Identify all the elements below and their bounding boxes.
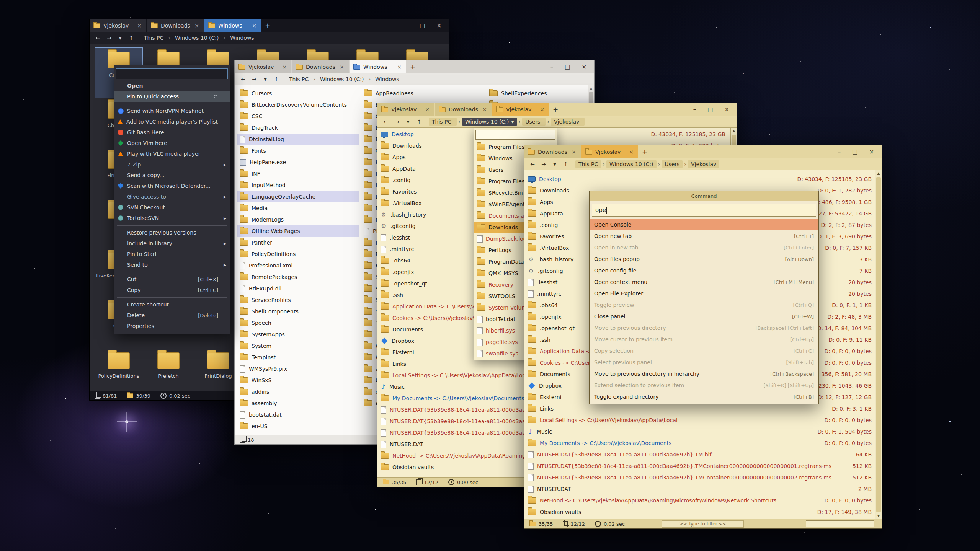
scroll-up-icon[interactable] (588, 85, 594, 91)
breadcrumb-item[interactable]: Vjekoslav (688, 160, 719, 168)
context-menu-item[interactable] (114, 295, 230, 299)
context-menu-item[interactable]: Pin to Start (114, 249, 230, 259)
maximize-button[interactable]: □ (565, 64, 570, 70)
breadcrumb-item[interactable]: Windows (372, 75, 402, 83)
breadcrumb-item[interactable]: Windows 10 (C:)▾ (462, 118, 522, 126)
maximize-button[interactable]: □ (707, 106, 713, 113)
tab-close-icon[interactable] (424, 106, 430, 112)
context-menu-item[interactable]: Open (114, 80, 230, 91)
breadcrumb-item[interactable]: This PC (575, 160, 606, 168)
type-to-filter-hint[interactable]: >> Type to filter << (662, 520, 744, 528)
tab-close-icon[interactable] (251, 23, 257, 29)
palette-command-item[interactable]: Open Console (590, 219, 818, 230)
maximize-button[interactable]: □ (420, 22, 425, 29)
tab[interactable]: Vjekoslav (235, 60, 291, 73)
palette-command-item[interactable]: Open context menu [Ctrl+M] [Menu] (590, 276, 818, 288)
file-row[interactable]: RtlExUpd.dll (237, 283, 359, 294)
dropdown-filter-input[interactable] (475, 130, 555, 140)
file-row[interactable]: LanguageOverlayCache (237, 191, 359, 202)
tab-close-icon[interactable] (339, 64, 345, 70)
file-row[interactable]: bootstat.dat (237, 409, 359, 421)
breadcrumb-item[interactable]: Vjekoslav (551, 118, 585, 126)
file-row[interactable]: Panther (237, 237, 359, 248)
tab[interactable]: Vjekoslav (377, 103, 434, 116)
scroll-up-icon[interactable] (731, 128, 737, 134)
file-row[interactable]: Media (237, 202, 359, 214)
forward-button[interactable]: → (392, 119, 402, 125)
file-row[interactable]: ServiceProfiles (237, 294, 359, 306)
breadcrumb-item[interactable]: This PC (429, 118, 462, 126)
tab-close-icon[interactable] (571, 149, 577, 155)
tab-close-icon[interactable] (136, 23, 142, 29)
file-row[interactable]: NetHood -> C:\Users\Vjekoslav\AppData\Ro… (524, 495, 875, 506)
up-button[interactable]: ↑ (272, 76, 281, 82)
new-tab-button[interactable]: + (550, 103, 561, 116)
context-menu-item[interactable]: SVN Checkout... (114, 202, 230, 213)
palette-command-item[interactable]: Open in new tab [Ctrl+Enter] (590, 242, 818, 253)
breadcrumb-item[interactable]: Windows 10 (C:) (606, 160, 662, 168)
file-row[interactable]: Local Settings -> C:\Users\Vjekoslav\App… (524, 414, 875, 426)
tab-close-icon[interactable] (628, 149, 634, 155)
context-menu-item[interactable]: Open Vim here (114, 138, 230, 148)
palette-command-item[interactable]: Select previous panel [Shift+Tab] (590, 357, 818, 368)
file-row[interactable]: WMSysPr9.prx (237, 363, 359, 375)
file-row[interactable]: INF (237, 168, 359, 179)
tab[interactable]: Windows (350, 60, 406, 73)
context-menu-item[interactable]: Properties (114, 321, 230, 331)
context-menu-item[interactable]: Give access to (114, 191, 230, 202)
context-menu-item[interactable]: 7-Zip (114, 159, 230, 170)
file-row[interactable]: InputMethod (237, 179, 359, 191)
tab-close-icon[interactable] (539, 106, 545, 112)
breadcrumb-item[interactable]: This PC (141, 34, 172, 42)
forward-button[interactable]: → (539, 161, 548, 167)
palette-command-item[interactable]: Open new tab [Ctrl+T] (590, 230, 818, 242)
back-button[interactable]: ← (381, 119, 390, 125)
file-row[interactable]: assembly (237, 398, 359, 409)
context-menu-item[interactable]: Delete [Delete] (114, 310, 230, 321)
folder-tile[interactable]: PolicyDefinitions (95, 349, 142, 391)
file-row[interactable]: CSC (237, 111, 359, 122)
close-button[interactable]: × (581, 64, 586, 70)
file-row[interactable]: ModemLogs (237, 214, 359, 225)
file-row[interactable]: NTUSER.DAT 2 MB (524, 483, 875, 495)
context-menu-item[interactable] (114, 102, 230, 106)
tab[interactable]: Downloads (524, 145, 581, 158)
file-row[interactable]: Offline Web Pages (237, 225, 359, 237)
minimize-button[interactable]: – (405, 22, 408, 29)
file-row[interactable]: SystemApps (237, 329, 359, 340)
tab-close-icon[interactable] (482, 106, 488, 112)
palette-command-item[interactable]: Extend selection to previous item [Shift… (590, 380, 818, 391)
context-menu-item[interactable]: Cut [Ctrl+X] (114, 274, 230, 285)
tab[interactable]: Downloads (435, 103, 492, 116)
tab[interactable]: Vjekoslav (90, 19, 146, 32)
tab-close-icon[interactable] (396, 64, 402, 70)
history-dropdown-icon[interactable]: ▾ (403, 119, 413, 125)
context-menu-item[interactable]: Create shortcut (114, 299, 230, 310)
titlebar[interactable]: Vjekoslav Downloads Windows (90, 19, 449, 32)
file-row[interactable]: en-US (237, 421, 359, 432)
tab[interactable]: Windows (204, 19, 261, 32)
breadcrumb-item[interactable]: Users (662, 160, 688, 168)
file-row[interactable]: Desktop D: 43034, F: 125185, 23 GB (524, 173, 875, 185)
breadcrumb-item[interactable]: Users (522, 118, 551, 126)
history-dropdown-icon[interactable]: ▾ (116, 35, 125, 41)
palette-command-item[interactable]: Toggle expand directory [Ctrl+B] (590, 391, 818, 403)
titlebar[interactable]: Vjekoslav Downloads Vjekoslav (377, 103, 737, 116)
context-menu-filter-input[interactable] (116, 68, 228, 79)
file-row[interactable]: RemotePackages (237, 271, 359, 283)
file-row[interactable]: NTUSER.DAT{53b39e88-18c4-11ea-a811-000d3… (524, 472, 875, 483)
palette-command-item[interactable]: Close panel [Ctrl+W] (590, 311, 818, 322)
file-row[interactable]: Music D: 0, F: 1, 504 bytes (524, 426, 875, 437)
context-menu-item[interactable]: Pin to Quick access (114, 91, 230, 102)
close-button[interactable]: × (724, 106, 729, 113)
file-row[interactable]: System (237, 340, 359, 352)
tab[interactable]: Downloads (147, 19, 204, 32)
scrollbar[interactable] (875, 170, 882, 519)
file-row[interactable]: DiagTrack (237, 122, 359, 134)
context-menu-item[interactable] (114, 223, 230, 227)
context-menu-item[interactable]: Copy [Ctrl+C] (114, 285, 230, 295)
titlebar[interactable]: Vjekoslav Downloads Windows (235, 60, 594, 73)
minimize-button[interactable]: – (693, 106, 696, 113)
file-row[interactable]: DtcInstall.log (237, 134, 359, 145)
forward-button[interactable]: → (250, 76, 259, 82)
